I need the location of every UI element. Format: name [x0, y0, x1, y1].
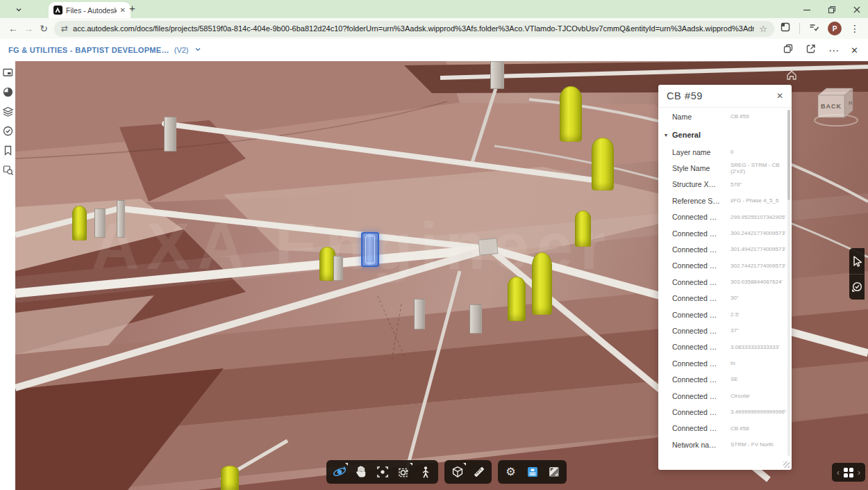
window-close-button[interactable]	[853, 4, 861, 17]
structure-marker[interactable]	[560, 86, 582, 142]
window-controls	[803, 4, 861, 17]
panel-close-icon[interactable]: ✕	[776, 92, 783, 100]
browser-tab[interactable]: Files - Autodesk Docs ✕	[49, 2, 131, 18]
pan-tool-button[interactable]	[350, 460, 372, 484]
property-list: ▾ Name CB #59 ▾ General ▾ L	[658, 108, 792, 458]
browser-titlebar: Files - Autodesk Docs ✕ +	[0, 0, 868, 18]
orbit-tool-button[interactable]	[328, 460, 350, 484]
issues-panel-button[interactable]	[1, 125, 14, 137]
property-row: ▾ Reference S… zFG - Phase 4_5_6	[658, 193, 792, 209]
selected-structure[interactable]	[361, 232, 379, 267]
property-row: ▾ Connected … 301.49421774009573'	[658, 241, 792, 257]
property-value: 303.0358844067624'	[731, 279, 790, 286]
property-value: 30"	[731, 295, 790, 302]
property-label: Connected …	[672, 245, 729, 254]
more-options-icon[interactable]: ⋯	[828, 45, 839, 56]
new-tab-button[interactable]: +	[129, 2, 135, 14]
camera-views-button[interactable]	[393, 460, 415, 484]
close-document-icon[interactable]: ✕	[851, 46, 858, 55]
chevron-down-icon	[15, 6, 23, 14]
views-panel-button[interactable]	[1, 67, 14, 79]
bookmarks-panel-button[interactable]	[1, 145, 14, 156]
fullscreen-icon	[547, 465, 561, 479]
model-viewport[interactable]: AXA Engineer	[15, 61, 868, 490]
site-info-icon[interactable]: ⇄	[61, 24, 68, 33]
property-row: ▾ Connected … 2.5'	[658, 307, 792, 322]
structure-marker[interactable]	[592, 138, 614, 190]
gallery-next-icon[interactable]: ›	[858, 468, 860, 477]
panel-scrollbar[interactable]	[787, 110, 790, 456]
compare-icon[interactable]	[783, 43, 794, 57]
property-value: 37"	[731, 327, 790, 334]
tab-title: Files - Autodesk Docs	[66, 6, 117, 15]
view-cube[interactable]: BACK R	[811, 80, 862, 131]
pipe-structure[interactable]	[94, 209, 106, 238]
pipe-structure[interactable]	[333, 256, 343, 281]
property-label: General	[672, 131, 729, 139]
version-label[interactable]: (V2)	[174, 46, 189, 54]
scrollbar-thumb[interactable]	[787, 110, 790, 200]
property-row: ▾ Connected … 303.0358844067624'	[658, 274, 792, 290]
property-value: 300.24421774009573'	[731, 230, 790, 237]
gallery-prev-icon[interactable]: ‹	[837, 468, 840, 477]
property-row: ▾ Connected … 300.24421774009573'	[658, 225, 792, 241]
pipe-structure[interactable]	[490, 61, 504, 89]
address-bar[interactable]: ⇄ acc.autodesk.com/docs/files/projects/5…	[54, 21, 774, 37]
browser-menu-icon[interactable]: ⋮	[850, 23, 860, 34]
property-row: ▾ Connected … 30"	[658, 291, 792, 307]
property-label: Reference S…	[672, 197, 729, 205]
pipe-structure[interactable]	[117, 200, 125, 238]
side-panel-icon[interactable]	[780, 22, 791, 35]
pipe-structure[interactable]	[414, 299, 425, 329]
issue-tool-button[interactable]	[849, 274, 865, 300]
pipe-structure[interactable]	[164, 117, 176, 152]
fit-view-icon	[376, 465, 390, 479]
model-tool-group	[444, 460, 492, 484]
view-gallery-button[interactable]	[844, 468, 853, 477]
measure-tool-button[interactable]	[468, 460, 490, 484]
panel-resize-handle[interactable]	[783, 462, 790, 468]
file-title[interactable]: FG & UTILITIES - BAPTIST DEVELOPME…	[8, 46, 169, 54]
first-person-button[interactable]	[415, 460, 436, 484]
document-header: FG & UTILITIES - BAPTIST DEVELOPME… (V2)…	[0, 39, 868, 61]
bookmark-star-icon[interactable]: ☆	[759, 24, 767, 34]
settings-button[interactable]: ⚙	[500, 460, 521, 484]
property-value: STRM - FV North	[731, 441, 790, 448]
home-view-button[interactable]	[785, 70, 798, 81]
back-button[interactable]: ←	[6, 23, 21, 34]
navigation-tool-group	[326, 460, 438, 484]
pipe-structure[interactable]	[469, 304, 482, 334]
fullscreen-button[interactable]	[543, 460, 565, 484]
layers-panel-button[interactable]	[1, 106, 14, 117]
structure-marker[interactable]	[575, 211, 591, 247]
version-dropdown-icon[interactable]	[194, 44, 202, 56]
structure-marker[interactable]	[532, 252, 552, 315]
property-row: ▾ Connected … 299.95255107342905'	[658, 209, 792, 225]
property-row[interactable]: ▾ General	[658, 126, 792, 144]
tab-search-button[interactable]	[14, 5, 24, 15]
reload-button[interactable]: ↻	[36, 23, 51, 34]
property-label: Connected …	[672, 375, 729, 384]
url-text: acc.autodesk.com/docs/files/projects/585…	[73, 24, 754, 33]
profile-avatar[interactable]: P	[828, 22, 842, 35]
header-actions: ⋯ ✕	[783, 43, 868, 57]
structure-marker[interactable]	[72, 206, 87, 240]
model-browser-button[interactable]	[1, 86, 14, 98]
select-tool-button[interactable]	[849, 248, 865, 274]
model-display-button[interactable]	[446, 460, 468, 484]
ruler-icon	[472, 465, 486, 479]
structure-marker[interactable]	[221, 466, 239, 490]
forward-button[interactable]: →	[21, 23, 36, 34]
render-capture-button[interactable]	[521, 460, 543, 484]
property-value: 2.5'	[731, 311, 790, 318]
search-model-button[interactable]	[1, 164, 14, 176]
window-restore-button[interactable]	[828, 4, 836, 17]
open-in-new-icon[interactable]	[806, 43, 817, 57]
fit-to-view-button[interactable]	[372, 460, 393, 484]
view-gallery-pill: ‹ ›	[832, 463, 865, 482]
window-minimize-button[interactable]	[803, 4, 811, 17]
list-check-extension-icon[interactable]	[808, 22, 819, 35]
tab-close-icon[interactable]: ✕	[120, 7, 126, 14]
property-row: ▾ Connected … 37"	[658, 322, 792, 338]
structure-marker[interactable]	[508, 277, 526, 321]
